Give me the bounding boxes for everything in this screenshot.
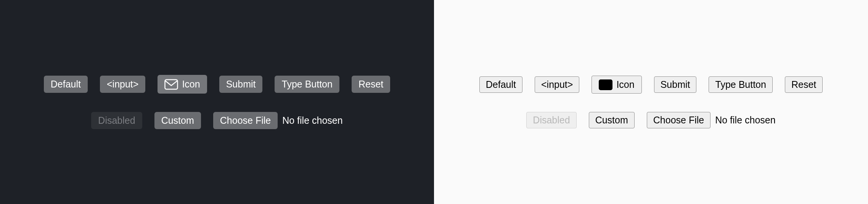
default-button[interactable]: Default bbox=[479, 76, 522, 93]
custom-button[interactable]: Custom bbox=[154, 112, 201, 129]
custom-button[interactable]: Custom bbox=[589, 112, 635, 128]
file-status-text: No file chosen bbox=[282, 115, 342, 126]
reset-button[interactable]: Reset bbox=[785, 76, 823, 93]
dark-theme-panel: Default <input> Icon Submit Type Button … bbox=[0, 0, 434, 204]
button-row-2: Disabled Custom Choose File No file chos… bbox=[91, 112, 342, 129]
submit-button[interactable]: Submit bbox=[219, 76, 263, 93]
button-row-1: Default <input> Icon Submit Type Button … bbox=[44, 75, 390, 94]
light-theme-panel: Default <input> Icon Submit Type Button … bbox=[434, 0, 868, 204]
disabled-button: Disabled bbox=[91, 112, 142, 129]
mail-icon bbox=[164, 79, 178, 90]
button-row-1: Default <input> Icon Submit Type Button … bbox=[479, 76, 823, 94]
icon-button-label: Icon bbox=[182, 79, 200, 90]
file-status-text: No file chosen bbox=[715, 115, 775, 126]
icon-button-label: Icon bbox=[616, 79, 634, 90]
button-row-2: Disabled Custom Choose File No file chos… bbox=[526, 112, 775, 128]
icon-button[interactable]: Icon bbox=[592, 76, 641, 94]
mail-icon bbox=[599, 79, 612, 90]
type-button[interactable]: Type Button bbox=[275, 76, 339, 93]
file-input-group: Choose File No file chosen bbox=[213, 112, 343, 129]
icon-button[interactable]: Icon bbox=[158, 75, 207, 94]
choose-file-button[interactable]: Choose File bbox=[213, 112, 278, 129]
input-button[interactable]: <input> bbox=[535, 76, 579, 93]
type-button[interactable]: Type Button bbox=[709, 76, 772, 93]
svg-rect-0 bbox=[165, 80, 178, 89]
submit-button[interactable]: Submit bbox=[654, 76, 697, 93]
file-input-group: Choose File No file chosen bbox=[647, 112, 776, 128]
default-button[interactable]: Default bbox=[44, 76, 88, 93]
reset-button[interactable]: Reset bbox=[352, 76, 390, 93]
disabled-button: Disabled bbox=[526, 112, 576, 128]
choose-file-button[interactable]: Choose File bbox=[647, 112, 710, 128]
input-button[interactable]: <input> bbox=[100, 76, 145, 93]
